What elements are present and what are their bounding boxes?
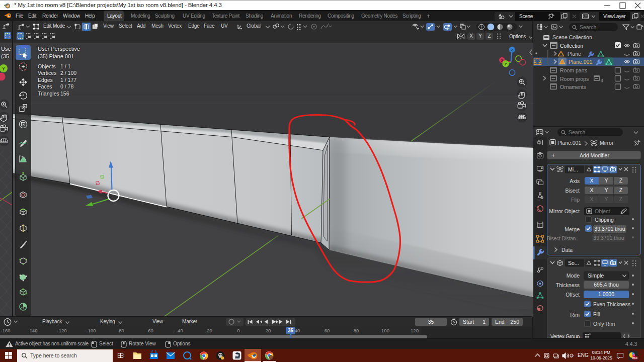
svg-text:X: X xyxy=(469,33,473,39)
svg-text:100: 100 xyxy=(381,328,389,333)
svg-text:PAC: PAC xyxy=(632,356,638,359)
svg-text:-140: -140 xyxy=(28,328,37,333)
svg-text:Z: Z xyxy=(511,48,513,52)
svg-text:So...: So... xyxy=(568,260,579,266)
svg-text:-120: -120 xyxy=(57,328,66,333)
svg-text:80: 80 xyxy=(354,328,359,333)
svg-text:-60: -60 xyxy=(146,328,153,333)
svg-text:-160: -160 xyxy=(1,328,10,333)
svg-text:-40: -40 xyxy=(176,328,183,333)
svg-text:120: 120 xyxy=(411,328,419,333)
svg-text:Plane.001: Plane.001 xyxy=(569,59,592,65)
svg-text:0: 0 xyxy=(237,328,239,333)
svg-text:Y: Y xyxy=(504,62,507,66)
svg-text:-80: -80 xyxy=(117,328,124,333)
svg-text:Room parts: Room parts xyxy=(560,67,587,73)
svg-text:Scene Collection: Scene Collection xyxy=(552,34,592,40)
svg-text:-100: -100 xyxy=(86,328,96,333)
svg-text:Z: Z xyxy=(488,33,491,39)
svg-text:-20: -20 xyxy=(205,328,212,333)
svg-text:Room props: Room props xyxy=(560,76,589,82)
svg-text:Y: Y xyxy=(2,66,5,71)
svg-text:40: 40 xyxy=(295,328,300,333)
svg-text:Ornaments: Ornaments xyxy=(560,84,586,90)
svg-text:Mi...: Mi... xyxy=(568,166,578,172)
svg-text:Plane: Plane xyxy=(568,51,581,57)
svg-text:8: 8 xyxy=(589,333,591,336)
svg-text:60: 60 xyxy=(325,328,330,333)
svg-text:4: 4 xyxy=(601,78,603,83)
svg-text:Collection: Collection xyxy=(560,43,583,49)
svg-text:20: 20 xyxy=(266,328,271,333)
svg-text:35: 35 xyxy=(288,328,294,333)
svg-text:Y: Y xyxy=(478,33,482,39)
